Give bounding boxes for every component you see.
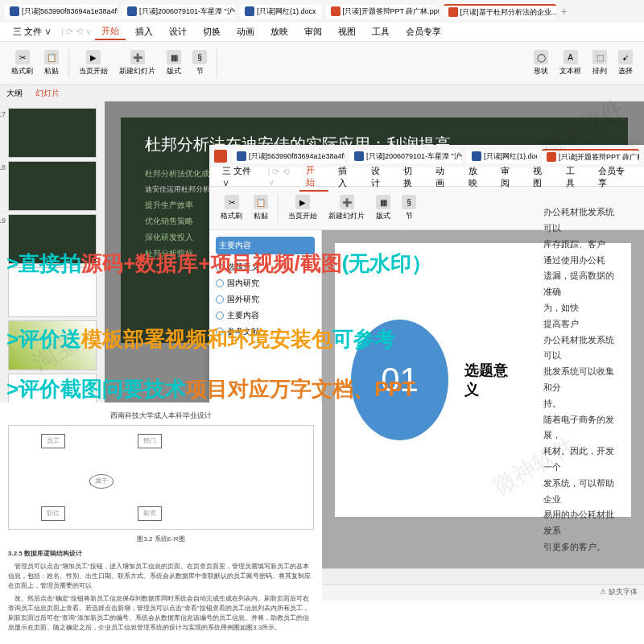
tab-doc-active[interactable]: [只读]开题答辩PPT 薛广林... [542,149,639,164]
menu-member[interactable]: 会员专享 [399,24,448,39]
menu-slideshow[interactable]: 放映 [264,24,295,39]
tab-doc-5-active[interactable]: [只读]基于杜邦分析法的企业...× [444,4,556,19]
tool-textbox[interactable]: A文本框 [555,48,586,78]
tab-doc[interactable]: [只读]2006079101-车星潭 "沪州福... [349,150,462,163]
er-diagram: 员工 部门 属于 职位 薪资 [8,425,314,530]
new-tab-button[interactable]: + [561,5,568,18]
tool-from-current[interactable]: ▶当页开始 [74,48,113,78]
tab-doc-2[interactable]: [只读]2006079101-车星潭 "沪州福... [122,5,235,19]
promo-line-2: >评价送模板部署视频和环境安装包可参考 [6,325,395,353]
diagram-caption: 图3.2 系统E-R图 [8,535,314,544]
tool-paste[interactable]: 📋粘贴 [39,48,64,78]
doc-paragraph: 改。然后点击"确定"按钮将新员工信息保存到数据库同时系统会自动完成生成在列表内。… [8,594,314,633]
menu-view[interactable]: 视图 [526,163,555,191]
menu-design[interactable]: 设计 [163,24,193,39]
nav-item[interactable]: 主要内容 [216,308,315,324]
menu-insert[interactable]: 插入 [332,163,361,191]
tool-select[interactable]: ➹选择 [613,48,638,78]
ppt-icon [448,7,458,17]
menu-design[interactable]: 设计 [365,163,394,191]
menu-view[interactable]: 视图 [332,24,362,39]
menu-animation[interactable]: 动画 [429,163,458,191]
missing-font-warning[interactable]: ⚠ 缺失字体 [600,587,638,599]
menu-member[interactable]: 会员专享 [592,163,638,191]
slide-section-label: 选题意义 [464,361,511,399]
titlebar-1: [只读]563990f83694a1e38a4ff65c... [只读]2006… [0,0,644,23]
tab-doc-4[interactable]: [只读]开题答辩PPT 薛广林.pptx [326,5,439,19]
tool-shape[interactable]: ◯形状 [529,48,553,78]
tool-format-painter[interactable]: ✂格式刷 [6,48,38,78]
tool-new-slide[interactable]: ➕新建幻灯片 [324,193,369,223]
menu-start[interactable]: 开始 [95,23,126,40]
outline-tab[interactable]: 大纲 [6,88,23,99]
menu-insert[interactable]: 插入 [129,24,159,39]
menu-tools[interactable]: 工具 [559,163,588,191]
menu-file[interactable]: 三 文件 ∨ [216,163,265,191]
tool-from-current[interactable]: ▶当页开始 [283,193,322,223]
menu-animation[interactable]: 动画 [230,24,261,39]
menu-slideshow[interactable]: 放映 [462,163,491,191]
ppt-icon [331,6,341,16]
nav-item[interactable]: 国外研究 [216,291,315,308]
tool-section[interactable]: §节 [188,48,212,78]
tool-arrange[interactable]: ⬚排列 [588,48,612,78]
document-preview: 西南科技大学成人本科毕业设计 员工 部门 属于 职位 薪资 图3.2 系统E-R… [0,402,322,644]
slide-panel-tabs: 大纲 幻灯片 [0,85,644,101]
tool-layout[interactable]: ▦版式 [371,193,395,223]
tool-section[interactable]: §节 [397,193,421,223]
tool-format-painter[interactable]: ✂格式刷 [216,193,247,223]
toolbar-1: ✂格式刷 📋粘贴 ▶当页开始 ➕新建幻灯片 ▦版式 §节 ◯形状 A文本框 ⬚排… [0,42,644,85]
doc-section-heading: 3.2.5 数据库逻辑结构设计 [8,549,314,559]
ppt-icon [547,152,556,162]
menu-review[interactable]: 审阅 [494,163,523,191]
tab-doc[interactable]: [只读]563990f83694a1e38a4ff65c... [232,150,345,163]
word-icon [354,151,364,161]
menu-file[interactable]: 三 文件 ∨ [6,24,58,39]
menu-transition[interactable]: 切换 [196,24,227,39]
slide-thumb[interactable]: 18 [8,161,97,211]
word-icon [127,6,137,16]
doc-header: 西南科技大学成人本科毕业设计 [8,411,314,422]
word-icon [237,151,246,161]
tool-new-slide[interactable]: ➕新建幻灯片 [114,48,160,78]
tab-doc[interactable]: [只读]网红(1).docx [467,150,537,163]
wps-icon [214,150,227,163]
nav-item[interactable]: 国内研究 [216,275,315,291]
slides-tab[interactable]: 幻灯片 [35,88,60,99]
tab-doc-3[interactable]: [只读]网红(1).docx [240,5,321,19]
menu-tools[interactable]: 工具 [365,24,396,39]
menu-transition[interactable]: 切换 [397,163,426,191]
menubar-1: 三 文件 ∨ | ⟳ ⟲ ∨ 开始 插入 设计 切换 动画 放映 审阅 视图 工… [0,23,644,42]
promo-line-1: >直接拍源码+数据库+项目视频/截图(无水印） [6,250,432,278]
tool-paste[interactable]: 📋粘贴 [249,193,273,223]
word-icon [472,151,481,161]
tool-layout[interactable]: ▦版式 [162,48,186,78]
menu-start[interactable]: 开始 [299,163,328,192]
promo-line-3: >评价截图问要技术项目对应万字文档、PPT [6,375,415,403]
menubar-2: 三 文件 ∨ | ⟳ ⟲ ∨ 开始 插入 设计 切换 动画 放映 审阅 视图 工… [209,167,644,187]
tab-doc-1[interactable]: [只读]563990f83694a1e38a4ff65c... [5,5,118,19]
slide-body: 办公耗材批发系统可以库存跟踪、客户通过使用办公耗 遗漏，提高数据的准确为，如快提… [543,204,615,555]
doc-paragraph: 管理员可以点击"增加员工"按钮，进入增加员工信息的页面。在页查页面里，管理员需填… [8,562,314,591]
word-icon [245,6,254,16]
word-icon [10,6,19,16]
menu-review[interactable]: 审阅 [298,24,328,39]
slide-thumb[interactable]: 17 [8,108,97,158]
